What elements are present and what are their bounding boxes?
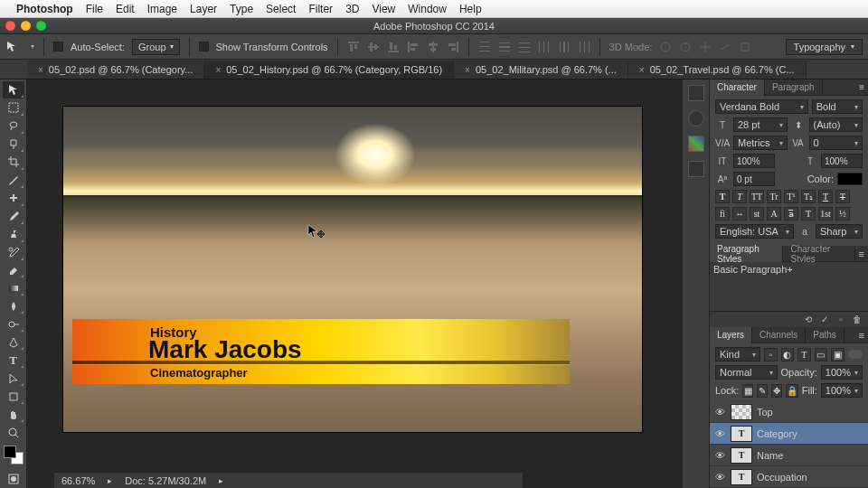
tracking-field[interactable]: 0▾ [809,136,863,150]
stylistic-alt-button[interactable]: a̅ [784,207,798,221]
visibility-icon[interactable]: 👁 [713,471,726,483]
fill-field[interactable]: 100%▾ [821,383,863,398]
align-left-icon[interactable] [407,41,420,53]
distribute-bottom-icon[interactable] [518,41,531,53]
close-window-icon[interactable] [5,21,15,31]
zoom-level[interactable]: 66.67% [61,475,95,486]
filter-toggle[interactable] [848,350,863,359]
distribute-vcenter-icon[interactable] [498,41,511,53]
tab-channels[interactable]: Channels [752,327,806,343]
menu-type[interactable]: Type [230,3,253,15]
clone-stamp-tool[interactable] [3,226,24,243]
titling-alt-button[interactable]: T [801,207,816,221]
doc-size[interactable]: Doc: 5.27M/30.2M [125,475,206,486]
panel-menu-icon[interactable]: ≡ [855,82,868,92]
hand-tool[interactable] [3,406,24,423]
all-caps-button[interactable]: TT [750,190,764,203]
zoom-tool[interactable] [3,424,24,441]
doc-tab-3[interactable]: ×05_02_Travel.psd @ 66.7% (C... [628,61,807,79]
small-caps-button[interactable]: Tr [767,190,781,203]
minimize-window-icon[interactable] [21,21,31,31]
menu-window[interactable]: Window [408,3,447,15]
new-style-icon[interactable]: ▫ [835,314,846,325]
lock-position-icon[interactable]: ✥ [771,384,782,398]
tab-paths[interactable]: Paths [806,327,844,343]
vertical-scale-field[interactable]: 100% [733,154,775,168]
language-dropdown[interactable]: English: USA▾ [715,224,794,239]
align-bottom-icon[interactable] [387,41,400,53]
contextual-alt-button[interactable]: ↔ [732,207,747,221]
color-swatches[interactable] [4,446,24,465]
history-brush-tool[interactable] [3,244,24,261]
superscript-button[interactable]: T¹ [784,190,798,203]
styles-panel-icon[interactable] [688,161,704,177]
align-right-icon[interactable] [447,41,459,53]
menu-select[interactable]: Select [266,3,296,15]
distribute-left-icon[interactable] [538,41,551,53]
layer-thumb[interactable]: T [731,426,752,442]
menu-image[interactable]: Image [147,3,177,15]
strikethrough-button[interactable]: T [835,190,850,203]
zoom-window-icon[interactable] [36,21,46,31]
auto-select-target-dropdown[interactable]: Group▾ [132,39,180,55]
close-tab-icon[interactable]: × [38,65,43,75]
doc-tab-0[interactable]: ×05_02.psd @ 66.7% (Category... [27,61,204,79]
layer-row[interactable]: 👁 T Category [710,423,868,445]
blend-mode-dropdown[interactable]: Normal▾ [715,365,778,380]
close-tab-icon[interactable]: × [215,65,221,75]
menu-view[interactable]: View [372,3,395,15]
visibility-icon[interactable]: 👁 [713,406,726,418]
swash-button[interactable]: A [767,207,781,221]
layer-row[interactable]: 👁 Top [710,401,868,423]
menu-layer[interactable]: Layer [190,3,217,15]
brush-tool[interactable] [3,208,24,225]
tab-layers[interactable]: Layers [710,327,752,343]
blur-tool[interactable] [3,297,24,314]
text-color-swatch[interactable] [837,173,863,185]
shape-tool[interactable] [3,388,24,405]
filter-shape-icon[interactable]: ▭ [815,348,828,361]
horizontal-scale-field[interactable]: 100% [821,154,863,168]
menu-filter[interactable]: Filter [308,3,333,15]
gradient-tool[interactable] [3,279,24,296]
opacity-field[interactable]: 100%▾ [821,365,863,380]
layer-name[interactable]: Occupation [757,472,807,483]
ordinals-button[interactable]: 1st [818,207,833,221]
align-top-icon[interactable] [347,41,360,53]
reset-icon[interactable]: ⟲ [803,314,814,325]
move-tool[interactable] [3,81,24,99]
menu-help[interactable]: Help [459,3,482,15]
close-tab-icon[interactable]: × [465,65,470,75]
eraser-tool[interactable] [3,262,24,279]
lock-pixels-icon[interactable]: ✎ [757,384,768,398]
3d-orbit-icon[interactable] [659,41,672,53]
tool-preset-dropdown-icon[interactable]: ▾ [31,42,34,51]
baseline-shift-field[interactable]: 0 pt [733,172,775,186]
pen-tool[interactable] [3,333,24,351]
type-tool[interactable]: T [3,352,24,369]
quick-select-tool[interactable] [3,136,24,153]
visibility-icon[interactable]: 👁 [713,449,726,462]
doc-tab-2[interactable]: ×05_02_Military.psd @ 66.7% (... [454,61,628,79]
3d-roll-icon[interactable] [679,41,692,53]
layer-filter-dropdown[interactable]: Kind▾ [715,347,760,361]
align-vcenter-icon[interactable] [367,41,380,53]
tab-character-styles[interactable]: Character Styles [783,246,854,262]
3d-scale-icon[interactable] [739,41,751,53]
healing-brush-tool[interactable] [3,190,24,207]
override-icon[interactable]: ✓ [819,314,830,325]
tab-paragraph[interactable]: Paragraph [765,80,823,96]
panel-menu-icon[interactable]: ≡ [855,330,868,341]
leading-field[interactable]: (Auto)▾ [809,117,863,132]
align-hcenter-icon[interactable] [427,41,439,53]
faux-bold-button[interactable]: T [715,190,730,203]
chevron-right-icon[interactable]: ▸ [219,476,223,485]
close-tab-icon[interactable]: × [639,65,645,75]
3d-pan-icon[interactable] [699,41,712,53]
kerning-field[interactable]: Metrics▾ [733,136,788,150]
layer-name[interactable]: Category [757,428,797,439]
panel-menu-icon[interactable]: ≡ [855,249,868,259]
layer-name[interactable]: Top [757,407,773,418]
style-item[interactable]: Basic Paragraph+ [713,264,864,275]
history-panel-icon[interactable] [688,85,704,101]
